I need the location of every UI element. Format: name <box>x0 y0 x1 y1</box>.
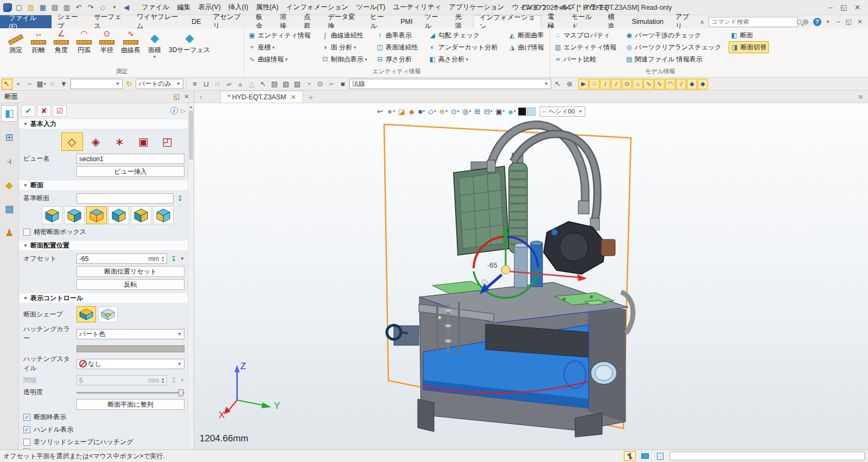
section-header-display[interactable]: ▼表示コントロール <box>19 293 188 303</box>
session-icon[interactable]: ◔ <box>303 79 314 90</box>
new-file-icon[interactable]: ▢ <box>14 3 24 12</box>
tab-scroll-left-icon[interactable]: ‹ <box>196 93 205 103</box>
tools-panel-icon[interactable] <box>624 451 636 461</box>
pair-toggle-icon[interactable]: ≡ <box>189 79 200 90</box>
two-plane-option[interactable]: ◈ <box>85 132 107 151</box>
drain-valve[interactable] <box>387 325 419 345</box>
flip-button[interactable]: 反転 <box>76 279 184 290</box>
reset-position-button[interactable]: 断面位置リセット <box>76 266 184 277</box>
folder-part-icon[interactable]: ▧ <box>280 79 291 90</box>
3d-model-canvas[interactable]: -65 Z Y X <box>194 103 868 450</box>
entity-info-button[interactable]: ▣ エンティティ情報 <box>246 29 314 41</box>
tab-apps[interactable]: アプリ <box>669 15 700 28</box>
folder-asm-icon[interactable]: ▨ <box>292 79 303 90</box>
ok-button[interactable]: ✔ <box>21 105 35 117</box>
scroll-up-icon[interactable]: ▲ <box>188 103 194 110</box>
document-tab[interactable]: * HYD-EQT.Z3ASM ✕ <box>220 91 303 103</box>
face-analysis-button[interactable]: ◑ 面 分析 ▾ <box>320 41 369 53</box>
view-name-input[interactable]: section1 <box>76 154 184 164</box>
display-monitor-icon[interactable]: ▣▾ <box>495 106 506 117</box>
window-icon[interactable]: ⊞ <box>473 106 482 117</box>
pick-arrow-icon[interactable]: ↧ <box>176 194 184 202</box>
doc-close-button[interactable]: ✕ <box>857 18 863 26</box>
tab-de[interactable]: DE <box>186 15 207 28</box>
scope-combo[interactable]: パートのみ▼ <box>136 79 183 89</box>
edge-color-swatch[interactable] <box>518 107 526 116</box>
hatch-color-combo[interactable]: パート色▼ <box>76 329 184 339</box>
offset-input[interactable]: -65mm▲▼ <box>76 254 167 264</box>
line-snap-icon[interactable]: / <box>600 79 610 90</box>
section-button[interactable]: ◧ 断面 <box>729 29 769 41</box>
angle-button[interactable]: ∠ 角度 <box>50 30 73 60</box>
tab-information[interactable]: インフォメーション <box>473 15 541 28</box>
snap-settings-icon[interactable]: ⊛ <box>564 79 575 90</box>
layer-combo[interactable]: •• ヘシィ00 ▼ <box>540 106 585 117</box>
3d-viewport[interactable]: -65 Z Y X ↩∗▾◪◆■▾◇▾⊕▾⊙▾◎▾⊞⊟▾ <box>194 103 868 450</box>
undo-icon[interactable]: ↶ <box>74 3 84 12</box>
surface-3d-button[interactable]: ◆ 3Dサーフェス <box>166 30 213 60</box>
arc-snap-icon[interactable]: ◠ <box>665 79 675 90</box>
section-toggle-button[interactable]: ◨ 断面切替 <box>729 41 769 53</box>
tab-dataexchange[interactable]: データ変換 <box>322 15 364 28</box>
tab-shape[interactable]: シェープ <box>52 15 88 28</box>
normal-combo[interactable]: 法線▼ <box>349 79 551 89</box>
tab-tools[interactable]: ツール <box>419 15 449 28</box>
undercut-analysis-button[interactable]: ◐ アンダーカット分析 <box>427 41 501 53</box>
target-icon[interactable]: ◎▾ <box>461 106 472 117</box>
flyout-icon[interactable]: ▷ <box>181 107 186 115</box>
cooler-radiator[interactable] <box>454 162 509 255</box>
info-icon[interactable]: i <box>170 107 178 115</box>
tab-assembly[interactable]: アセンブリ <box>207 15 250 28</box>
checkbox[interactable] <box>23 229 30 236</box>
command-search-input[interactable] <box>711 18 795 25</box>
hatch-color-swatch[interactable] <box>76 345 184 352</box>
mid-snap-icon[interactable]: / <box>611 79 621 90</box>
file-tab[interactable]: ファイル(F) <box>0 15 52 28</box>
filter-edge-icon[interactable]: ▲ <box>235 79 246 90</box>
tab-weld[interactable]: 溶接 <box>274 15 298 28</box>
tab-close-icon[interactable]: ✕ <box>291 93 296 101</box>
erase-icon[interactable]: ◪ <box>397 106 406 117</box>
curve-length-button[interactable]: ∿ 曲線長 <box>118 30 143 60</box>
clearance-check-button[interactable]: ◎ パーツクリアランスチェック <box>623 41 723 53</box>
section-header-placement[interactable]: ▼断面配置位置 <box>19 240 188 251</box>
corner-section-option[interactable]: ◰ <box>157 132 178 151</box>
tab-sheetmetal[interactable]: 板金 <box>250 15 273 28</box>
manager-list-icon[interactable]: ▤ <box>269 79 280 90</box>
section-curvature-button[interactable]: ◭ 断面曲率 <box>506 29 547 41</box>
cycle-icon[interactable]: ↻ <box>124 79 135 90</box>
apply-button[interactable]: ☑ <box>53 105 67 117</box>
help-icon[interactable]: ? <box>813 18 821 26</box>
panel-restore-icon[interactable]: ◱ <box>174 93 180 100</box>
section-half-y-option[interactable] <box>131 206 151 224</box>
pump-motor[interactable] <box>544 221 615 274</box>
related-file-info-button[interactable]: ▤ 関連ファイル 情報表示 <box>623 53 723 65</box>
curvature-display-button[interactable]: ≀ 曲率表示 <box>374 29 422 41</box>
interference-check-button[interactable]: ◉ パーツ干渉のチェック <box>623 29 723 41</box>
regen-icon[interactable]: ∗▾ <box>386 106 396 117</box>
check-handle-display[interactable]: ハンドル表示 <box>19 423 188 436</box>
scene-tool-icon[interactable]: ▩ <box>1 201 17 217</box>
three-plane-option[interactable]: ∗ <box>109 132 131 151</box>
remove-pick-icon[interactable]: − <box>24 79 35 90</box>
monitor-display-icon[interactable] <box>639 451 651 461</box>
face-snap-icon[interactable]: ◆ <box>687 79 697 90</box>
shaded-cube-icon[interactable]: ■▾ <box>417 106 426 117</box>
export-icon[interactable]: ▥ <box>62 3 72 12</box>
command-search[interactable] <box>709 17 798 27</box>
user-tool-icon[interactable]: ♟ <box>1 225 17 241</box>
filter-curve-icon[interactable]: △ <box>246 79 257 90</box>
hierarchy-tool-icon[interactable]: ⫞ <box>1 153 17 169</box>
auto-snap-icon[interactable]: ▶ <box>578 79 589 90</box>
help-caret-icon[interactable]: ▼ <box>826 20 830 24</box>
bracket-icon[interactable]: ⌐ <box>326 79 337 90</box>
print-icon[interactable]: ▤ <box>50 3 60 12</box>
area-button[interactable]: ◆ 面積 ▾ <box>143 30 166 60</box>
shape-full-option[interactable] <box>98 306 118 322</box>
pick-list-icon[interactable]: ▦▾ <box>36 79 47 90</box>
pick-arrow-icon[interactable]: ↖ <box>258 79 269 90</box>
measure-button[interactable]: 測定 <box>4 30 27 60</box>
pick-cursor-icon[interactable]: ↖ <box>2 79 12 90</box>
entity-info2-button[interactable]: ▥ エンティティ情報 <box>552 41 618 53</box>
restore-button[interactable]: ◱ <box>840 3 847 11</box>
